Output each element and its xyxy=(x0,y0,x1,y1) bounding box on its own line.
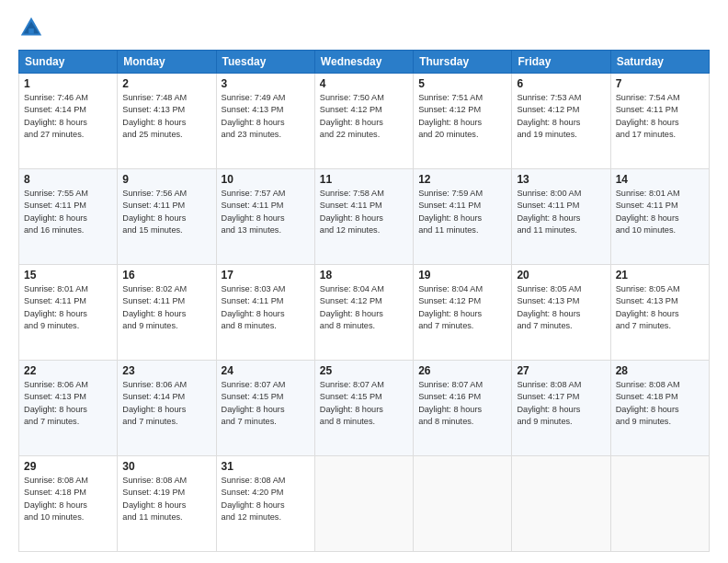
calendar-week-3: 15Sunrise: 8:01 AM Sunset: 4:11 PM Dayli… xyxy=(19,265,710,361)
calendar-header-sunday: Sunday xyxy=(19,51,118,74)
day-number: 12 xyxy=(418,173,506,186)
calendar-cell: 21Sunrise: 8:05 AM Sunset: 4:13 PM Dayli… xyxy=(610,265,709,361)
calendar-cell: 16Sunrise: 8:02 AM Sunset: 4:11 PM Dayli… xyxy=(118,265,216,361)
svg-rect-2 xyxy=(28,29,34,34)
day-number: 27 xyxy=(517,364,605,377)
calendar-cell: 10Sunrise: 7:57 AM Sunset: 4:11 PM Dayli… xyxy=(216,169,314,265)
calendar-cell: 15Sunrise: 8:01 AM Sunset: 4:11 PM Dayli… xyxy=(19,265,118,361)
header xyxy=(18,15,710,40)
calendar-cell: 4Sunrise: 7:50 AM Sunset: 4:12 PM Daylig… xyxy=(314,74,413,169)
cell-details: Sunrise: 8:08 AM Sunset: 4:18 PM Dayligh… xyxy=(24,475,112,523)
day-number: 16 xyxy=(122,269,210,282)
cell-details: Sunrise: 7:59 AM Sunset: 4:11 PM Dayligh… xyxy=(418,188,506,236)
cell-details: Sunrise: 7:46 AM Sunset: 4:14 PM Dayligh… xyxy=(24,92,112,141)
calendar-week-2: 8Sunrise: 7:55 AM Sunset: 4:11 PM Daylig… xyxy=(19,169,710,265)
calendar-week-1: 1Sunrise: 7:46 AM Sunset: 4:14 PM Daylig… xyxy=(19,74,710,169)
cell-details: Sunrise: 7:55 AM Sunset: 4:11 PM Dayligh… xyxy=(24,188,112,236)
calendar-header-monday: Monday xyxy=(118,51,216,74)
calendar-cell: 29Sunrise: 8:08 AM Sunset: 4:18 PM Dayli… xyxy=(19,456,118,552)
calendar-header-friday: Friday xyxy=(512,51,610,74)
calendar-cell: 22Sunrise: 8:06 AM Sunset: 4:13 PM Dayli… xyxy=(19,361,118,456)
day-number: 13 xyxy=(517,173,605,186)
day-number: 24 xyxy=(222,364,310,377)
day-number: 5 xyxy=(418,77,506,90)
calendar-cell: 25Sunrise: 8:07 AM Sunset: 4:15 PM Dayli… xyxy=(314,361,413,456)
cell-details: Sunrise: 8:05 AM Sunset: 4:13 PM Dayligh… xyxy=(616,283,704,332)
cell-details: Sunrise: 8:00 AM Sunset: 4:11 PM Dayligh… xyxy=(517,188,605,236)
day-number: 9 xyxy=(122,173,210,186)
day-number: 7 xyxy=(616,77,704,90)
calendar-cell: 1Sunrise: 7:46 AM Sunset: 4:14 PM Daylig… xyxy=(19,74,118,169)
day-number: 22 xyxy=(24,364,112,377)
day-number: 23 xyxy=(122,364,210,377)
cell-details: Sunrise: 7:56 AM Sunset: 4:11 PM Dayligh… xyxy=(122,188,210,236)
day-number: 30 xyxy=(122,460,210,473)
calendar-cell: 17Sunrise: 8:03 AM Sunset: 4:11 PM Dayli… xyxy=(216,265,314,361)
calendar-header-row: SundayMondayTuesdayWednesdayThursdayFrid… xyxy=(19,51,710,74)
day-number: 28 xyxy=(616,364,704,377)
calendar-cell: 19Sunrise: 8:04 AM Sunset: 4:12 PM Dayli… xyxy=(414,265,512,361)
calendar-cell: 31Sunrise: 8:08 AM Sunset: 4:20 PM Dayli… xyxy=(216,456,314,552)
day-number: 11 xyxy=(320,173,408,186)
cell-details: Sunrise: 8:08 AM Sunset: 4:18 PM Dayligh… xyxy=(616,379,704,428)
cell-details: Sunrise: 8:01 AM Sunset: 4:11 PM Dayligh… xyxy=(616,188,704,236)
cell-details: Sunrise: 8:07 AM Sunset: 4:15 PM Dayligh… xyxy=(222,379,310,428)
calendar-cell: 23Sunrise: 8:06 AM Sunset: 4:14 PM Dayli… xyxy=(118,361,216,456)
day-number: 31 xyxy=(222,460,310,473)
calendar-cell: 26Sunrise: 8:07 AM Sunset: 4:16 PM Dayli… xyxy=(414,361,512,456)
cell-details: Sunrise: 8:03 AM Sunset: 4:11 PM Dayligh… xyxy=(222,283,310,332)
cell-details: Sunrise: 8:08 AM Sunset: 4:17 PM Dayligh… xyxy=(517,379,605,428)
cell-details: Sunrise: 8:02 AM Sunset: 4:11 PM Dayligh… xyxy=(122,283,210,332)
day-number: 29 xyxy=(24,460,112,473)
cell-details: Sunrise: 7:48 AM Sunset: 4:13 PM Dayligh… xyxy=(122,92,210,141)
day-number: 10 xyxy=(222,173,310,186)
day-number: 17 xyxy=(222,269,310,282)
cell-details: Sunrise: 8:08 AM Sunset: 4:19 PM Dayligh… xyxy=(122,475,210,523)
day-number: 6 xyxy=(517,77,605,90)
calendar-cell: 13Sunrise: 8:00 AM Sunset: 4:11 PM Dayli… xyxy=(512,169,610,265)
calendar-cell: 24Sunrise: 8:07 AM Sunset: 4:15 PM Dayli… xyxy=(216,361,314,456)
day-number: 19 xyxy=(418,269,506,282)
cell-details: Sunrise: 7:51 AM Sunset: 4:12 PM Dayligh… xyxy=(418,92,506,141)
cell-details: Sunrise: 7:57 AM Sunset: 4:11 PM Dayligh… xyxy=(222,188,310,236)
calendar-cell: 9Sunrise: 7:56 AM Sunset: 4:11 PM Daylig… xyxy=(118,169,216,265)
calendar-cell: 6Sunrise: 7:53 AM Sunset: 4:12 PM Daylig… xyxy=(512,74,610,169)
day-number: 8 xyxy=(24,173,112,186)
cell-details: Sunrise: 8:06 AM Sunset: 4:13 PM Dayligh… xyxy=(24,379,112,428)
day-number: 4 xyxy=(320,77,408,90)
calendar-week-4: 22Sunrise: 8:06 AM Sunset: 4:13 PM Dayli… xyxy=(19,361,710,456)
calendar-cell xyxy=(610,456,709,552)
calendar-header-saturday: Saturday xyxy=(610,51,709,74)
calendar-cell xyxy=(314,456,413,552)
day-number: 21 xyxy=(616,269,704,282)
cell-details: Sunrise: 8:04 AM Sunset: 4:12 PM Dayligh… xyxy=(320,283,408,332)
day-number: 3 xyxy=(222,77,310,90)
cell-details: Sunrise: 7:54 AM Sunset: 4:11 PM Dayligh… xyxy=(616,92,704,141)
cell-details: Sunrise: 8:07 AM Sunset: 4:16 PM Dayligh… xyxy=(418,379,506,428)
calendar-header-thursday: Thursday xyxy=(414,51,512,74)
page: SundayMondayTuesdayWednesdayThursdayFrid… xyxy=(0,0,728,563)
day-number: 25 xyxy=(320,364,408,377)
calendar-cell: 14Sunrise: 8:01 AM Sunset: 4:11 PM Dayli… xyxy=(610,169,709,265)
calendar-cell: 27Sunrise: 8:08 AM Sunset: 4:17 PM Dayli… xyxy=(512,361,610,456)
cell-details: Sunrise: 7:49 AM Sunset: 4:13 PM Dayligh… xyxy=(222,92,310,141)
calendar-cell: 18Sunrise: 8:04 AM Sunset: 4:12 PM Dayli… xyxy=(314,265,413,361)
day-number: 1 xyxy=(24,77,112,90)
cell-details: Sunrise: 7:50 AM Sunset: 4:12 PM Dayligh… xyxy=(320,92,408,141)
calendar-cell: 3Sunrise: 7:49 AM Sunset: 4:13 PM Daylig… xyxy=(216,74,314,169)
calendar-cell: 12Sunrise: 7:59 AM Sunset: 4:11 PM Dayli… xyxy=(414,169,512,265)
calendar: SundayMondayTuesdayWednesdayThursdayFrid… xyxy=(18,50,710,552)
calendar-cell: 28Sunrise: 8:08 AM Sunset: 4:18 PM Dayli… xyxy=(610,361,709,456)
calendar-header-wednesday: Wednesday xyxy=(314,51,413,74)
day-number: 2 xyxy=(122,77,210,90)
logo-icon xyxy=(18,15,44,40)
cell-details: Sunrise: 7:58 AM Sunset: 4:11 PM Dayligh… xyxy=(320,188,408,236)
cell-details: Sunrise: 8:07 AM Sunset: 4:15 PM Dayligh… xyxy=(320,379,408,428)
calendar-cell: 20Sunrise: 8:05 AM Sunset: 4:13 PM Dayli… xyxy=(512,265,610,361)
cell-details: Sunrise: 8:08 AM Sunset: 4:20 PM Dayligh… xyxy=(222,475,310,523)
calendar-cell: 11Sunrise: 7:58 AM Sunset: 4:11 PM Dayli… xyxy=(314,169,413,265)
calendar-cell: 5Sunrise: 7:51 AM Sunset: 4:12 PM Daylig… xyxy=(414,74,512,169)
calendar-cell xyxy=(414,456,512,552)
cell-details: Sunrise: 8:05 AM Sunset: 4:13 PM Dayligh… xyxy=(517,283,605,332)
calendar-cell: 7Sunrise: 7:54 AM Sunset: 4:11 PM Daylig… xyxy=(610,74,709,169)
